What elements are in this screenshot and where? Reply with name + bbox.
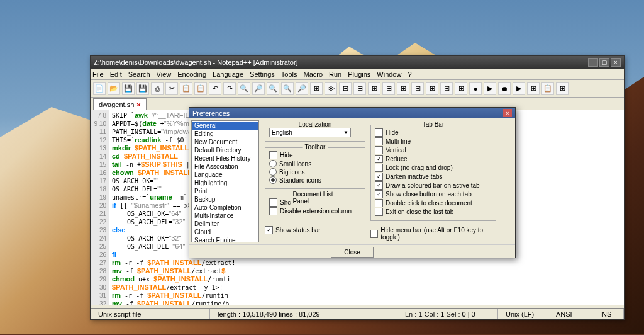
menubar: File Edit Search View Encoding Language … <box>91 69 624 80</box>
preferences-category-list[interactable]: General Editing New Document Default Dir… <box>191 120 259 242</box>
toolbar-button-19[interactable]: ⊞ <box>368 82 380 95</box>
checkbox-tab-colored-bar[interactable]: Draw a coloured bar on active tab <box>375 181 492 190</box>
menu-settings[interactable]: Settings <box>250 71 275 78</box>
dialog-close-button[interactable]: × <box>503 109 512 117</box>
tab-label: dwagent.sh <box>99 101 134 108</box>
category-delimiter[interactable]: Delimiter <box>192 220 258 228</box>
toolbar-button-16[interactable]: 👁 <box>325 82 337 95</box>
toolbar-button-15[interactable]: ⊞ <box>310 82 323 95</box>
menu-window[interactable]: Window <box>377 71 401 78</box>
checkbox-tab-close-button[interactable]: Show close button on each tab <box>375 190 492 198</box>
menu-file[interactable]: File <box>92 71 104 78</box>
checkbox-toolbar-hide[interactable]: Hide <box>269 151 361 159</box>
menu-run[interactable]: Run <box>329 71 341 78</box>
status-language: Unix script file <box>91 309 210 319</box>
category-print[interactable]: Print <box>192 187 258 195</box>
tab-close-icon[interactable]: × <box>136 101 140 108</box>
toolbar-button-6[interactable]: 📋 <box>180 82 192 95</box>
group-tab-bar: Tab Bar Hide Multi-line Vertical Reduce … <box>370 125 496 221</box>
line-gutter: 7 8 9 10 11 12 13 14 15 16 17 18 19 20 2… <box>91 110 109 305</box>
menu-tools[interactable]: Tools <box>281 71 297 78</box>
category-file-association[interactable]: File Association <box>192 162 258 171</box>
group-title-toolbar: Toolbar <box>303 144 328 150</box>
toolbar-button-4[interactable]: ⎙ <box>151 82 164 95</box>
maximize-button[interactable]: ▢ <box>599 58 609 67</box>
category-default-directory[interactable]: Default Directory <box>192 146 258 154</box>
toolbar-button-24[interactable]: ⊞ <box>440 82 453 95</box>
toolbar-button-28[interactable]: ⏺ <box>498 82 511 95</box>
close-button[interactable]: Close <box>331 247 374 258</box>
menu-view[interactable]: View <box>157 71 172 78</box>
category-auto-completion[interactable]: Auto-Completion <box>192 203 258 212</box>
toolbar-button-27[interactable]: ▶ <box>484 82 496 95</box>
localization-dropdown[interactable]: English <box>269 128 351 137</box>
menu-edit[interactable]: Edit <box>110 71 122 78</box>
radio-standard-icons[interactable]: Standard icons <box>269 176 361 184</box>
checkbox-disable-ext-column[interactable]: Disable extension column <box>269 207 361 215</box>
checkbox-tab-multiline[interactable]: Multi-line <box>375 137 492 145</box>
status-mode: INS <box>592 309 624 319</box>
toolbar-button-7[interactable]: 📋 <box>194 82 207 95</box>
toolbar-button-11[interactable]: 🔎 <box>252 82 265 95</box>
menu-macro[interactable]: Macro <box>303 71 323 78</box>
toolbar-button-26[interactable]: ● <box>469 82 482 95</box>
dialog-footer: Close <box>189 244 515 259</box>
category-new-document[interactable]: New Document <box>192 138 258 146</box>
toolbar-button-10[interactable]: 🔍 <box>238 82 250 95</box>
dialog-titlebar[interactable]: Preferences × <box>189 108 515 118</box>
toolbar-button-17[interactable]: ⊟ <box>339 82 352 95</box>
category-editing[interactable]: Editing <box>192 130 258 138</box>
toolbar-button-31[interactable]: 📋 <box>541 82 554 95</box>
checkbox-hide-menu-bar[interactable]: Hide menu bar (use Alt or F10 key to tog… <box>370 227 496 241</box>
toolbar-button-32[interactable]: ⊞ <box>556 82 569 95</box>
category-cloud[interactable]: Cloud <box>192 228 258 236</box>
minimize-button[interactable]: _ <box>588 58 598 67</box>
checkbox-tab-dblclick-close[interactable]: Double click to close document <box>375 199 492 207</box>
group-document-list: Document List Panel Show Disable extensi… <box>265 195 365 220</box>
toolbar-button-8[interactable]: ↶ <box>209 82 221 95</box>
menu-search[interactable]: Search <box>128 71 150 78</box>
radio-big-icons[interactable]: Big icons <box>269 168 361 176</box>
toolbar-button-14[interactable]: 🔎 <box>296 82 308 95</box>
titlebar[interactable]: Z:\home\denis\Downloads\dwagent.sh - Not… <box>91 56 624 69</box>
toolbar-button-2[interactable]: 💾 <box>122 82 135 95</box>
category-highlighting[interactable]: Highlighting <box>192 179 258 187</box>
toolbar-button-21[interactable]: ⊞ <box>397 82 409 95</box>
menu-encoding[interactable]: Encoding <box>177 71 206 78</box>
category-general[interactable]: General <box>192 122 258 130</box>
toolbar-button-20[interactable]: ⊞ <box>382 82 395 95</box>
checkbox-tab-hide[interactable]: Hide <box>375 128 492 137</box>
menu-language[interactable]: Language <box>213 71 243 78</box>
checkbox-show-status-bar[interactable]: Show status bar <box>265 226 365 234</box>
toolbar-button-13[interactable]: 🔍 <box>281 82 294 95</box>
category-search-engine[interactable]: Search Engine <box>192 236 258 242</box>
category-multi-instance[interactable]: Multi-Instance <box>192 212 258 220</box>
toolbar-button-9[interactable]: ↷ <box>223 82 236 95</box>
menu-help[interactable]: ? <box>408 71 411 78</box>
category-language[interactable]: Language <box>192 171 258 179</box>
tab-dwagent[interactable]: dwagent.sh × <box>93 98 147 110</box>
toolbar-button-5[interactable]: ✂ <box>165 82 178 95</box>
category-recent-files[interactable]: Recent Files History <box>192 154 258 162</box>
toolbar-button-1[interactable]: 📂 <box>108 82 120 95</box>
statusbar: Unix script file length : 10,518,490 lin… <box>91 308 624 319</box>
checkbox-tab-vertical[interactable]: Vertical <box>375 146 492 154</box>
toolbar-button-25[interactable]: ⊞ <box>455 82 467 95</box>
checkbox-tab-reduce[interactable]: Reduce <box>375 155 492 163</box>
checkbox-tab-exit-last[interactable]: Exit on close the last tab <box>375 208 492 216</box>
category-backup[interactable]: Backup <box>192 195 258 203</box>
toolbar-button-23[interactable]: ⊞ <box>426 82 438 95</box>
radio-small-icons[interactable]: Small icons <box>269 160 361 168</box>
checkbox-tab-lock[interactable]: Lock (no drag and drop) <box>375 164 492 172</box>
toolbar-button-3[interactable]: 💾 <box>136 82 149 95</box>
toolbar-button-12[interactable]: 🔍 <box>267 82 279 95</box>
menu-plugins[interactable]: Plugins <box>348 71 370 78</box>
toolbar-button-18[interactable]: ⊟ <box>353 82 366 95</box>
toolbar-button-22[interactable]: ⊞ <box>411 82 424 95</box>
close-button[interactable]: × <box>611 58 621 67</box>
preferences-pane: Localization English Toolbar Hide Small … <box>261 118 515 244</box>
toolbar-button-29[interactable]: ▶ <box>513 82 525 95</box>
checkbox-tab-darken[interactable]: Darken inactive tabs <box>375 173 492 181</box>
toolbar-button-30[interactable]: ⊞ <box>527 82 540 95</box>
toolbar-button-0[interactable]: 📄 <box>93 82 106 95</box>
